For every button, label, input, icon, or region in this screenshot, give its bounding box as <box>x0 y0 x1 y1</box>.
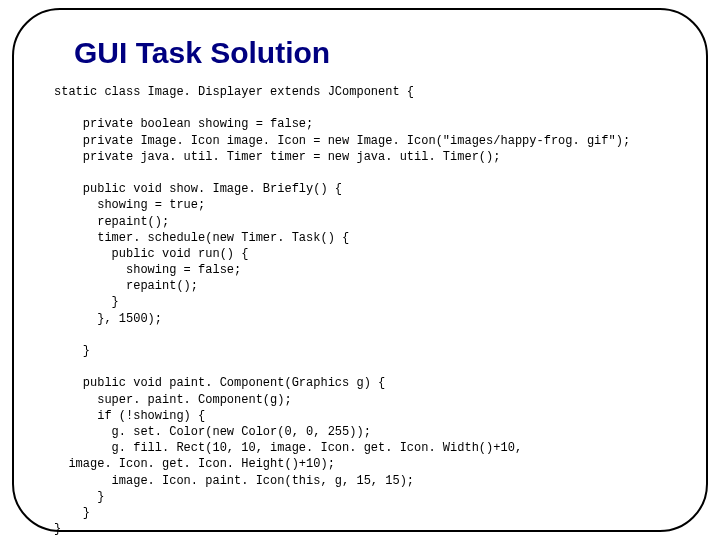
code-block: static class Image. Displayer extends JC… <box>54 84 666 537</box>
slide: GUI Task Solution static class Image. Di… <box>0 0 720 540</box>
slide-frame: GUI Task Solution static class Image. Di… <box>12 8 708 532</box>
slide-title: GUI Task Solution <box>74 36 666 70</box>
